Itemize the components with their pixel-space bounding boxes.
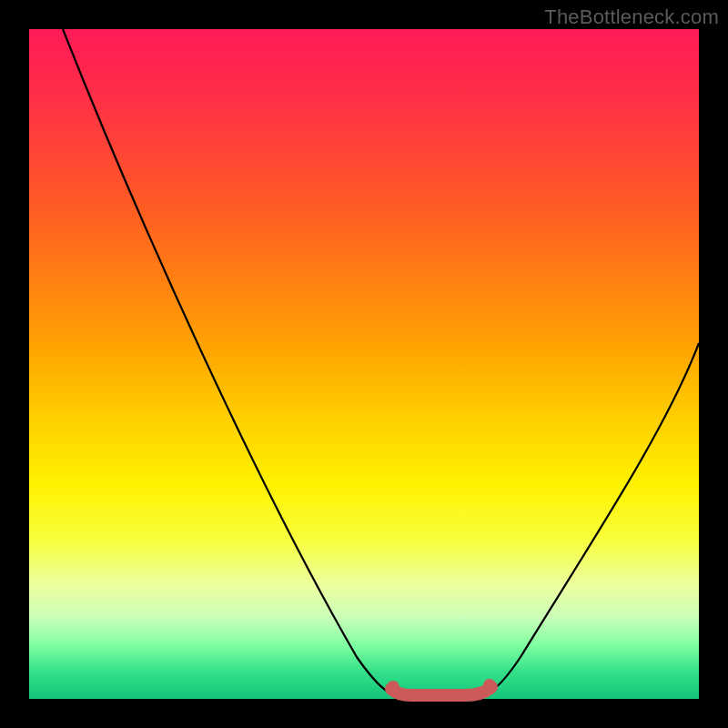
plot-area <box>29 29 699 699</box>
watermark-text: TheBottleneck.com <box>544 5 719 29</box>
bottleneck-curve <box>63 29 699 695</box>
minimum-band <box>391 687 491 695</box>
min-marker-left <box>387 681 399 693</box>
curve-svg <box>29 29 699 699</box>
min-marker-right <box>483 679 496 692</box>
chart-frame: TheBottleneck.com <box>0 0 728 728</box>
